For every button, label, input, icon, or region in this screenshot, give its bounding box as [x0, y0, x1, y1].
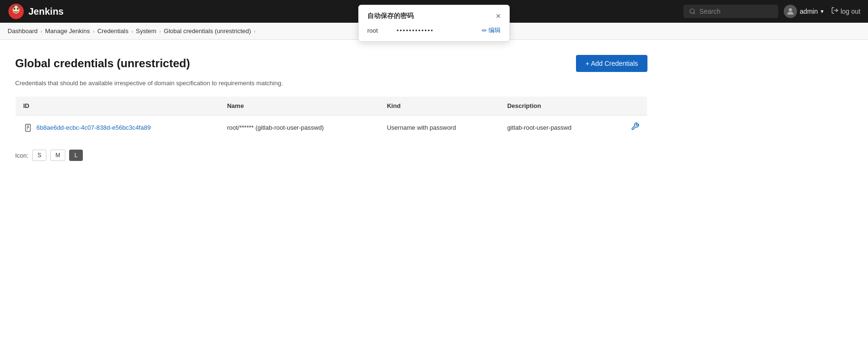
breadcrumb-sep-1: › [41, 28, 43, 34]
table-body: 6b8ae6dd-ecbc-4c07-838d-e56bc3c4fa89 roo… [16, 116, 647, 140]
popup-username: root [367, 27, 391, 34]
logout-label: log out [841, 8, 860, 15]
avatar [784, 5, 797, 18]
app-name: Jenkins [28, 6, 63, 17]
logout-button[interactable]: log out [831, 7, 860, 16]
search-box[interactable] [683, 5, 778, 18]
col-description: Description [500, 97, 613, 116]
table-header: ID Name Kind Description [16, 97, 647, 116]
svg-rect-10 [26, 124, 31, 131]
svg-rect-4 [13, 5, 15, 8]
credentials-table: ID Name Kind Description 6b8ae6dd-ecbc [15, 96, 647, 140]
breadcrumb-sep-4: › [159, 28, 161, 34]
col-name: Name [220, 97, 380, 116]
popup-edit-link[interactable]: ✏ 编辑 [482, 26, 501, 35]
popup-close-button[interactable]: × [496, 12, 501, 20]
edit-credential-button[interactable] [631, 122, 639, 133]
icon-size-l[interactable]: L [69, 150, 83, 161]
row-id-cell: 6b8ae6dd-ecbc-4c07-838d-e56bc3c4fa89 [16, 116, 220, 140]
popup-header: 自动保存的密码 × [367, 12, 501, 20]
icon-label: Icon: [15, 152, 28, 159]
col-id: ID [16, 97, 220, 116]
credential-id-link[interactable]: 6b8ae6dd-ecbc-4c07-838d-e56bc3c4fa89 [36, 124, 151, 131]
autosave-popup: 自动保存的密码 × root •••••••••••• ✏ 编辑 [358, 5, 510, 42]
search-icon [689, 8, 696, 15]
page-title: Global credentials (unrestricted) [15, 57, 190, 70]
search-input[interactable] [700, 8, 766, 15]
add-credentials-button[interactable]: + Add Credentials [576, 55, 647, 72]
popup-row: root •••••••••••• ✏ 编辑 [367, 26, 501, 35]
breadcrumb-current: Global credentials (unrestricted) [164, 27, 251, 35]
page-description: Credentials that should be available irr… [15, 80, 647, 87]
breadcrumb-system[interactable]: System [136, 27, 156, 35]
row-description-cell: gitlab-root-user-passwd [500, 116, 613, 140]
row-kind-cell: Username with password [379, 116, 499, 140]
header-right: admin ▾ log out [784, 5, 860, 18]
logout-icon [831, 7, 839, 16]
breadcrumb-sep-5: › [254, 28, 256, 34]
breadcrumb-manage-jenkins[interactable]: Manage Jenkins [45, 27, 90, 35]
wrench-icon [631, 122, 639, 131]
table-row: 6b8ae6dd-ecbc-4c07-838d-e56bc3c4fa89 roo… [16, 116, 647, 140]
breadcrumb-sep-2: › [93, 28, 95, 34]
icon-size-selector: Icon: S M L [15, 150, 647, 161]
popup-password: •••••••••••• [397, 27, 476, 34]
svg-line-7 [694, 13, 695, 14]
credential-icon [23, 123, 33, 133]
breadcrumb-credentials[interactable]: Credentials [97, 27, 129, 35]
breadcrumb-dashboard[interactable]: Dashboard [8, 27, 38, 35]
svg-point-3 [17, 8, 19, 10]
svg-point-6 [690, 9, 694, 13]
chevron-down-icon: ▾ [821, 8, 824, 15]
svg-point-2 [14, 8, 16, 10]
user-menu[interactable]: admin ▾ [784, 5, 824, 18]
col-kind: Kind [379, 97, 499, 116]
icon-size-m[interactable]: M [50, 150, 65, 161]
main-content: Global credentials (unrestricted) + Add … [0, 40, 663, 176]
col-actions [613, 97, 647, 116]
row-actions-cell [613, 116, 647, 140]
jenkins-logo-icon [8, 3, 25, 20]
icon-size-s[interactable]: S [32, 150, 46, 161]
row-name-cell: root/****** (gitlab-root-user-passwd) [220, 116, 380, 140]
user-avatar-icon [786, 7, 795, 16]
popup-edit-label: 编辑 [488, 26, 501, 35]
jenkins-logo[interactable]: Jenkins [8, 3, 63, 20]
username-label: admin [800, 8, 818, 15]
edit-pencil-icon: ✏ [482, 27, 487, 34]
svg-point-8 [788, 8, 792, 11]
breadcrumb-sep-3: › [131, 28, 133, 34]
page-title-row: Global credentials (unrestricted) + Add … [15, 55, 647, 72]
popup-title: 自动保存的密码 [367, 12, 414, 20]
svg-rect-5 [18, 5, 20, 8]
